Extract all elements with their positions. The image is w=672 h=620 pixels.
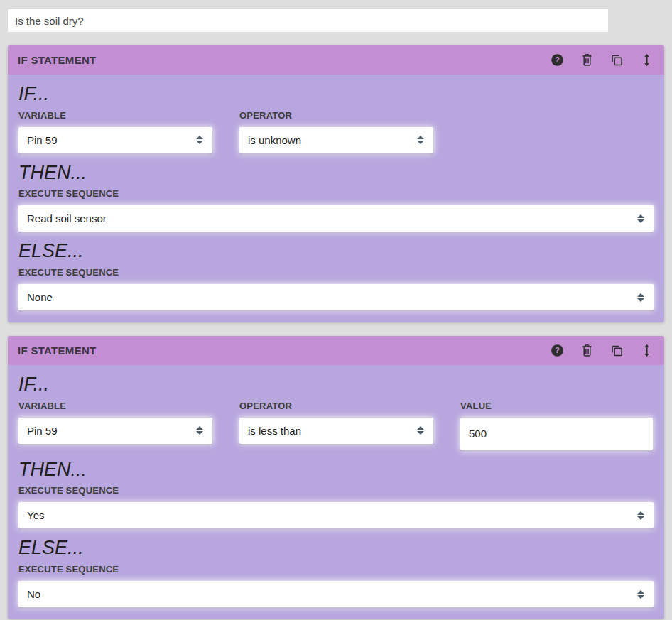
else-sequence-value: None [27, 291, 53, 303]
variable-field: VARIABLE Pin 59 [18, 396, 212, 444]
then-heading: THEN... [18, 459, 654, 481]
value-input[interactable] [460, 418, 653, 450]
value-label: VALUE [460, 401, 653, 411]
operator-select-value: is unknown [248, 134, 301, 146]
operator-label: OPERATOR [239, 110, 433, 121]
duplicate-icon[interactable] [609, 53, 624, 67]
move-vertical-icon[interactable] [639, 53, 654, 67]
card-title: IF STATEMENT [18, 54, 97, 66]
if-statement-card: IF STATEMENT ? [8, 45, 664, 322]
select-arrows-icon [417, 136, 424, 144]
operator-field: OPERATOR is unknown [239, 105, 433, 153]
operator-label: OPERATOR [239, 401, 433, 411]
if-heading: IF... [18, 84, 654, 105]
select-arrows-icon [637, 590, 644, 599]
then-sequence-select[interactable]: Read soil sensor [18, 205, 654, 232]
else-sequence-select[interactable]: None [18, 284, 654, 310]
variable-select[interactable]: Pin 59 [18, 418, 212, 444]
if-statement-card: IF STATEMENT ? [8, 336, 664, 619]
card-title: IF STATEMENT [18, 344, 97, 357]
card-header: IF STATEMENT ? [8, 45, 664, 75]
card-body: IF... VARIABLE Pin 59 OPERATOR is unknow… [8, 84, 664, 322]
then-sequence-field: EXECUTE SEQUENCE Yes [18, 485, 654, 528]
select-arrows-icon [637, 293, 644, 302]
delete-icon[interactable] [580, 343, 595, 358]
then-sequence-value: Yes [27, 509, 44, 521]
execute-sequence-label: EXECUTE SEQUENCE [18, 267, 654, 278]
then-heading: THEN... [18, 163, 654, 184]
select-arrows-icon [196, 136, 203, 144]
select-arrows-icon [637, 214, 644, 223]
variable-select[interactable]: Pin 59 [18, 127, 212, 153]
card-toolbar: ? [550, 53, 654, 67]
value-field: VALUE [460, 396, 653, 450]
help-icon[interactable]: ? [550, 343, 565, 358]
delete-icon[interactable] [580, 53, 595, 67]
variable-label: VARIABLE [18, 401, 212, 411]
duplicate-icon[interactable] [609, 343, 624, 358]
move-vertical-icon[interactable] [639, 343, 654, 358]
select-arrows-icon [417, 426, 424, 435]
operator-select[interactable]: is unknown [239, 127, 433, 153]
help-icon[interactable]: ? [550, 53, 565, 67]
execute-sequence-label: EXECUTE SEQUENCE [18, 485, 654, 496]
svg-text:?: ? [555, 347, 560, 355]
operator-field: OPERATOR is less than [239, 396, 433, 444]
else-sequence-select[interactable]: No [18, 581, 654, 607]
select-arrows-icon [637, 511, 644, 520]
card-toolbar: ? [550, 343, 654, 358]
then-sequence-value: Read soil sensor [27, 212, 107, 224]
variable-field: VARIABLE Pin 59 [18, 105, 212, 153]
card-header: IF STATEMENT ? [8, 336, 664, 365]
card-body: IF... VARIABLE Pin 59 OPERATOR is less t… [8, 374, 664, 619]
execute-sequence-label: EXECUTE SEQUENCE [18, 564, 654, 575]
variable-select-value: Pin 59 [27, 425, 58, 437]
execute-sequence-label: EXECUTE SEQUENCE [18, 188, 654, 199]
else-sequence-value: No [27, 588, 40, 600]
else-sequence-field: EXECUTE SEQUENCE None [18, 267, 654, 310]
select-arrows-icon [196, 426, 203, 435]
variable-select-value: Pin 59 [27, 134, 58, 146]
else-sequence-field: EXECUTE SEQUENCE No [18, 564, 654, 607]
operator-select[interactable]: is less than [239, 418, 433, 444]
variable-label: VARIABLE [18, 110, 212, 121]
then-sequence-field: EXECUTE SEQUENCE Read soil sensor [18, 188, 654, 232]
operator-select-value: is less than [248, 425, 301, 437]
else-heading: ELSE... [18, 538, 654, 559]
svg-text:?: ? [555, 55, 560, 64]
else-heading: ELSE... [18, 241, 654, 262]
then-sequence-select[interactable]: Yes [18, 502, 654, 528]
question-input[interactable] [8, 9, 608, 32]
if-heading: IF... [18, 374, 654, 396]
